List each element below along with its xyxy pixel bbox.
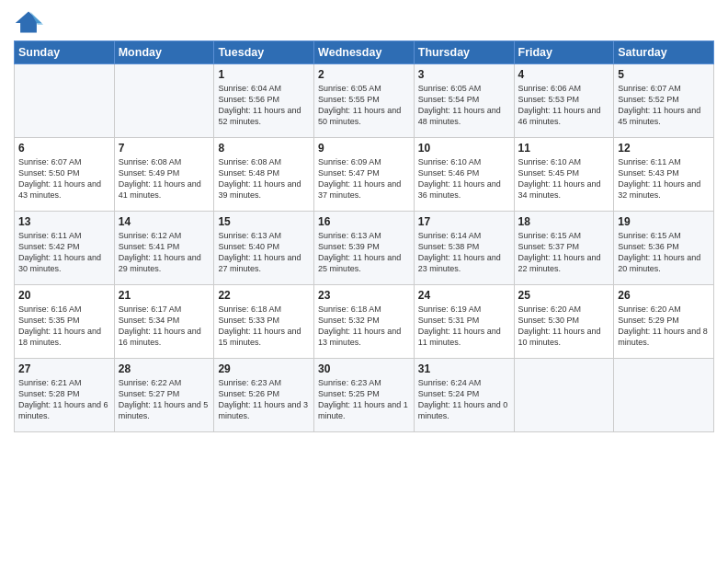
day-number: 31 [418,362,510,375]
day-cell: 12Sunrise: 6:11 AMSunset: 5:43 PMDayligh… [614,138,714,212]
day-number: 19 [618,215,710,228]
day-cell: 16Sunrise: 6:13 AMSunset: 5:39 PMDayligh… [314,212,415,285]
day-cell: 2Sunrise: 6:05 AMSunset: 5:55 PMDaylight… [314,64,415,138]
day-number: 27 [18,362,110,375]
day-number: 5 [618,68,710,81]
logo [14,9,47,35]
day-cell: 4Sunrise: 6:06 AMSunset: 5:53 PMDaylight… [514,64,614,138]
day-cell [114,64,214,138]
day-content: Sunrise: 6:23 AMSunset: 5:25 PMDaylight:… [318,377,410,422]
day-number: 22 [218,289,310,302]
day-cell: 5Sunrise: 6:07 AMSunset: 5:52 PMDaylight… [614,64,714,138]
day-content: Sunrise: 6:20 AMSunset: 5:30 PMDaylight:… [518,304,610,349]
day-content: Sunrise: 6:05 AMSunset: 5:55 PMDaylight:… [318,83,410,128]
day-cell: 23Sunrise: 6:18 AMSunset: 5:32 PMDayligh… [314,285,415,359]
day-content: Sunrise: 6:05 AMSunset: 5:54 PMDaylight:… [418,83,510,128]
day-number: 25 [518,289,610,302]
day-number: 21 [119,289,210,302]
day-content: Sunrise: 6:07 AMSunset: 5:52 PMDaylight:… [618,83,710,128]
day-number: 4 [518,68,610,81]
day-content: Sunrise: 6:22 AMSunset: 5:27 PMDaylight:… [119,377,210,422]
day-cell: 19Sunrise: 6:15 AMSunset: 5:36 PMDayligh… [614,212,714,285]
calendar-container: SundayMondayTuesdayWednesdayThursdayFrid… [0,0,728,563]
day-cell: 28Sunrise: 6:22 AMSunset: 5:27 PMDayligh… [114,359,214,432]
day-number: 9 [318,142,410,155]
week-row-3: 13Sunrise: 6:11 AMSunset: 5:42 PMDayligh… [15,212,714,285]
day-content: Sunrise: 6:06 AMSunset: 5:53 PMDaylight:… [518,83,610,128]
day-content: Sunrise: 6:20 AMSunset: 5:29 PMDaylight:… [618,304,710,349]
day-content: Sunrise: 6:10 AMSunset: 5:46 PMDaylight:… [418,156,510,201]
week-row-5: 27Sunrise: 6:21 AMSunset: 5:28 PMDayligh… [15,359,714,432]
weekday-thursday: Thursday [414,41,514,64]
day-cell: 22Sunrise: 6:18 AMSunset: 5:33 PMDayligh… [214,285,314,359]
day-number: 11 [518,142,610,155]
weekday-sunday: Sunday [15,41,115,64]
day-cell: 15Sunrise: 6:13 AMSunset: 5:40 PMDayligh… [214,212,314,285]
day-number: 10 [418,142,510,155]
weekday-header-row: SundayMondayTuesdayWednesdayThursdayFrid… [15,41,714,64]
day-number: 13 [18,215,110,228]
day-number: 28 [119,362,210,375]
day-number: 15 [218,215,310,228]
day-number: 2 [318,68,410,81]
day-cell: 29Sunrise: 6:23 AMSunset: 5:26 PMDayligh… [214,359,314,432]
day-number: 7 [119,142,210,155]
day-cell [614,359,714,432]
calendar-table: SundayMondayTuesdayWednesdayThursdayFrid… [14,40,714,432]
week-row-1: 1Sunrise: 6:04 AMSunset: 5:56 PMDaylight… [15,64,714,138]
day-content: Sunrise: 6:07 AMSunset: 5:50 PMDaylight:… [18,156,110,201]
day-content: Sunrise: 6:16 AMSunset: 5:35 PMDaylight:… [18,304,110,349]
day-cell [15,64,115,138]
day-content: Sunrise: 6:18 AMSunset: 5:32 PMDaylight:… [318,304,410,349]
logo-icon [14,9,43,35]
day-cell: 3Sunrise: 6:05 AMSunset: 5:54 PMDaylight… [414,64,514,138]
day-number: 8 [218,142,310,155]
day-content: Sunrise: 6:08 AMSunset: 5:49 PMDaylight:… [119,156,210,201]
day-cell: 13Sunrise: 6:11 AMSunset: 5:42 PMDayligh… [15,212,115,285]
week-row-4: 20Sunrise: 6:16 AMSunset: 5:35 PMDayligh… [15,285,714,359]
day-cell: 30Sunrise: 6:23 AMSunset: 5:25 PMDayligh… [314,359,415,432]
day-content: Sunrise: 6:10 AMSunset: 5:45 PMDaylight:… [518,156,610,201]
day-content: Sunrise: 6:18 AMSunset: 5:33 PMDaylight:… [218,304,310,349]
day-number: 24 [418,289,510,302]
day-cell: 20Sunrise: 6:16 AMSunset: 5:35 PMDayligh… [15,285,115,359]
day-content: Sunrise: 6:13 AMSunset: 5:39 PMDaylight:… [318,230,410,275]
day-cell: 1Sunrise: 6:04 AMSunset: 5:56 PMDaylight… [214,64,314,138]
day-number: 29 [218,362,310,375]
day-number: 1 [218,68,310,81]
day-number: 18 [518,215,610,228]
day-number: 26 [618,289,710,302]
day-cell: 21Sunrise: 6:17 AMSunset: 5:34 PMDayligh… [114,285,214,359]
day-cell: 14Sunrise: 6:12 AMSunset: 5:41 PMDayligh… [114,212,214,285]
day-content: Sunrise: 6:08 AMSunset: 5:48 PMDaylight:… [218,156,310,201]
weekday-monday: Monday [114,41,214,64]
day-cell: 11Sunrise: 6:10 AMSunset: 5:45 PMDayligh… [514,138,614,212]
day-content: Sunrise: 6:14 AMSunset: 5:38 PMDaylight:… [418,230,510,275]
header [14,9,714,35]
day-number: 17 [418,215,510,228]
day-content: Sunrise: 6:11 AMSunset: 5:42 PMDaylight:… [18,230,110,275]
day-cell: 26Sunrise: 6:20 AMSunset: 5:29 PMDayligh… [614,285,714,359]
day-number: 16 [318,215,410,228]
weekday-tuesday: Tuesday [214,41,314,64]
day-number: 3 [418,68,510,81]
day-number: 12 [618,142,710,155]
day-content: Sunrise: 6:13 AMSunset: 5:40 PMDaylight:… [218,230,310,275]
day-cell: 31Sunrise: 6:24 AMSunset: 5:24 PMDayligh… [414,359,514,432]
day-cell: 25Sunrise: 6:20 AMSunset: 5:30 PMDayligh… [514,285,614,359]
day-number: 30 [318,362,410,375]
week-row-2: 6Sunrise: 6:07 AMSunset: 5:50 PMDaylight… [15,138,714,212]
day-content: Sunrise: 6:24 AMSunset: 5:24 PMDaylight:… [418,377,510,422]
day-cell: 7Sunrise: 6:08 AMSunset: 5:49 PMDaylight… [114,138,214,212]
day-cell: 24Sunrise: 6:19 AMSunset: 5:31 PMDayligh… [414,285,514,359]
day-cell: 8Sunrise: 6:08 AMSunset: 5:48 PMDaylight… [214,138,314,212]
day-content: Sunrise: 6:19 AMSunset: 5:31 PMDaylight:… [418,304,510,349]
day-content: Sunrise: 6:15 AMSunset: 5:37 PMDaylight:… [518,230,610,275]
day-content: Sunrise: 6:23 AMSunset: 5:26 PMDaylight:… [218,377,310,422]
day-number: 20 [18,289,110,302]
day-content: Sunrise: 6:15 AMSunset: 5:36 PMDaylight:… [618,230,710,275]
day-cell [514,359,614,432]
day-cell: 18Sunrise: 6:15 AMSunset: 5:37 PMDayligh… [514,212,614,285]
day-cell: 10Sunrise: 6:10 AMSunset: 5:46 PMDayligh… [414,138,514,212]
day-content: Sunrise: 6:17 AMSunset: 5:34 PMDaylight:… [119,304,210,349]
